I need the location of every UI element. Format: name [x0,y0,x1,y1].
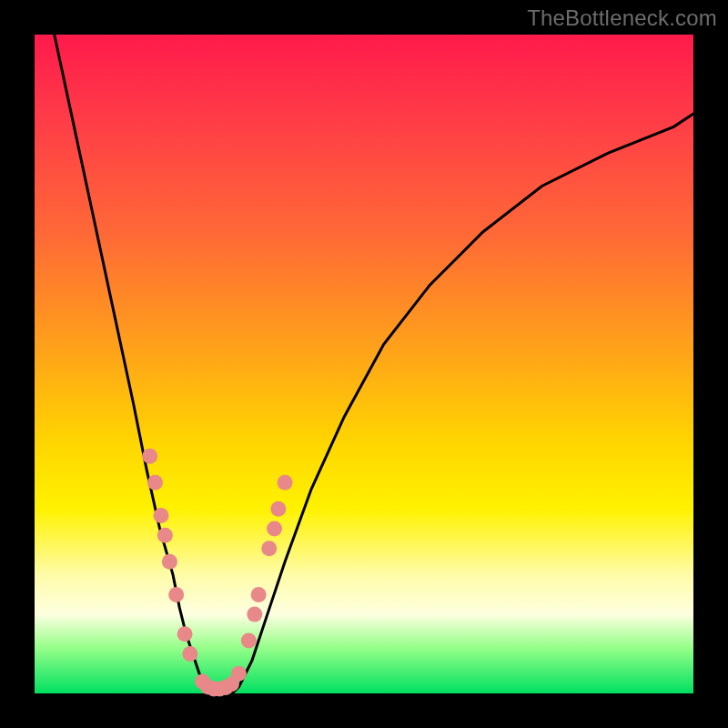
marker-dot [261,541,277,556]
marker-dot [270,501,286,517]
curve-right-arm [232,114,693,693]
marker-dot [177,626,193,642]
marker-dot [162,554,177,570]
watermark-text: TheBottleneck.com [527,5,717,31]
marker-dot [182,646,197,662]
chart-svg [35,35,693,693]
marker-dot [241,633,257,649]
curve-lines [55,35,693,693]
marker-dot [168,587,184,602]
curve-left-arm [55,35,213,693]
marker-dot [251,587,267,602]
marker-dot [278,475,293,490]
marker-dot [267,521,282,537]
plot-area [35,35,693,693]
marker-dot [147,475,163,490]
marker-dot [154,508,169,523]
marker-dot [231,666,247,682]
marker-dot [247,607,262,622]
marker-dot [142,449,157,464]
chart-frame: TheBottleneck.com [0,0,728,728]
marker-dots [142,449,292,697]
marker-dot [157,528,173,543]
